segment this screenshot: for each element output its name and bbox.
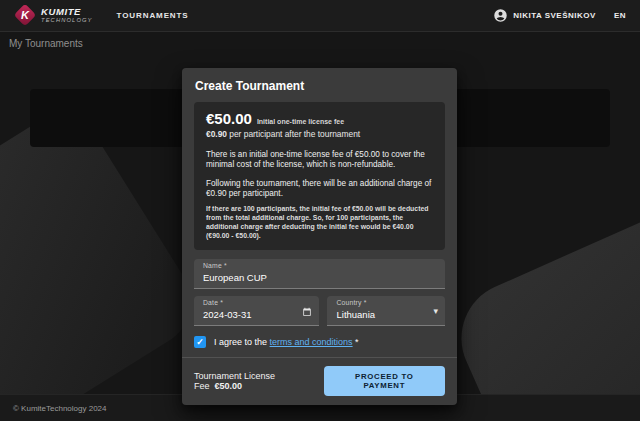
account-icon [493,8,508,23]
background-shape-right [444,172,640,421]
app-bar: K KUMITE TECHNOLOGY TOURNAMENTS NIKITA S… [0,0,640,32]
country-select[interactable]: Country * Lithuania ▾ [327,296,445,326]
country-select-label: Country * [336,300,436,307]
brand-subtitle: TECHNOLOGY [41,18,93,24]
breadcrumb: My Tournaments [9,38,83,49]
background-shape-left [0,100,208,421]
dialog-footer: Tournament License Fee€50.00 PROCEED TO … [182,358,457,405]
calendar-icon[interactable] [302,307,312,317]
date-field-label: Date * [203,300,310,307]
language-selector[interactable]: EN [614,11,626,20]
terms-checkbox[interactable]: ✓ [194,336,206,348]
license-info-box: €50.00 Initial one-time license fee €0.9… [194,102,445,250]
user-menu[interactable]: NIKITA SVEŠNIKOV [493,8,596,23]
initial-fee-label: Initial one-time license fee [257,118,344,125]
brand-title: KUMITE [41,7,93,17]
chevron-down-icon: ▾ [433,305,438,315]
dialog-title: Create Tournament [182,68,457,102]
copyright-text: © KumiteTechnology 2024 [13,404,107,413]
date-country-row: Date * 2024-03-31 Country * Lithuania ▾ [194,296,445,326]
terms-agree-row: ✓ I agree to the terms and conditions * [194,336,445,348]
create-tournament-dialog: Create Tournament €50.00 Initial one-tim… [182,68,457,405]
terms-text-suffix: * [353,337,359,347]
info-paragraph-2: Following the tournament, there will be … [206,179,433,200]
name-field-value: European CUP [203,273,436,283]
initial-fee-amount: €50.00 [206,111,252,126]
name-field-label: Name * [203,263,436,270]
terms-text-prefix: I agree to the [214,337,270,347]
logo-diamond-icon: K [14,4,37,27]
per-participant-line: €0.90 per participant after the tourname… [206,129,433,139]
name-field[interactable]: Name * European CUP [194,259,445,289]
proceed-to-payment-button[interactable]: PROCEED TO PAYMENT [324,366,445,396]
country-select-value: Lithuania [336,310,436,320]
terms-agree-text: I agree to the terms and conditions * [214,337,359,347]
date-field-value: 2024-03-31 [203,310,310,320]
license-fee-total-value: €50.00 [215,381,243,391]
user-name: NIKITA SVEŠNIKOV [513,11,596,20]
brand-text: KUMITE TECHNOLOGY [41,7,93,23]
terms-and-conditions-link[interactable]: terms and conditions [270,337,353,347]
nav-tournaments[interactable]: TOURNAMENTS [117,11,189,20]
info-paragraph-3: If there are 100 participants, the initi… [206,205,433,241]
info-paragraph-1: There is an initial one-time license fee… [206,150,433,171]
per-participant-label: per participant after the tournament [227,129,360,139]
brand-logo[interactable]: K KUMITE TECHNOLOGY [14,7,93,23]
initial-fee-line: €50.00 Initial one-time license fee [206,111,433,126]
logo-letter: K [21,9,29,21]
license-fee-total: Tournament License Fee€50.00 [194,371,324,391]
per-participant-amount: €0.90 [206,129,227,139]
app-bar-right: NIKITA SVEŠNIKOV EN [493,8,626,23]
date-field[interactable]: Date * 2024-03-31 [194,296,319,326]
